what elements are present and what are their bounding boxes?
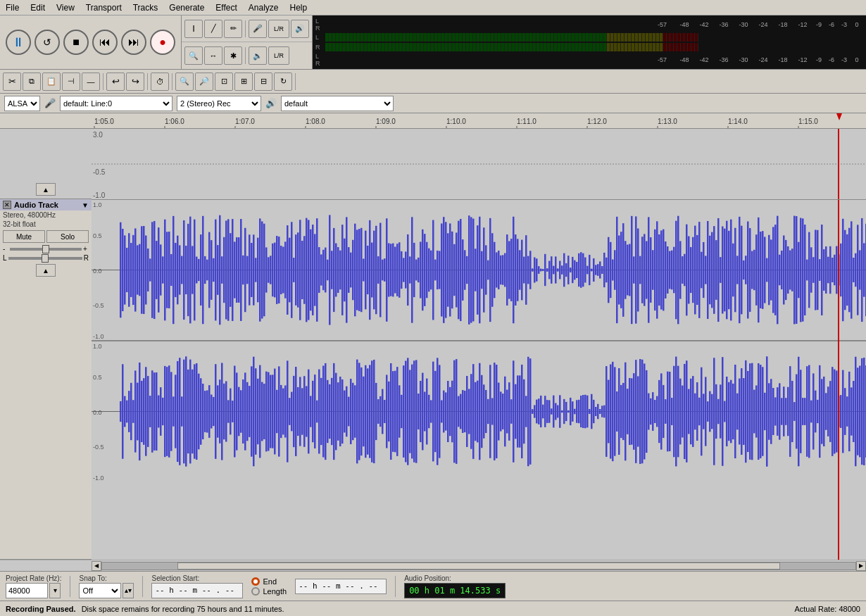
tool-speaker[interactable]: 🔊 [291,20,309,38]
back-button[interactable]: ⏮ [92,30,118,55]
edit-cut[interactable]: ✂ [3,73,21,91]
track-close-btn[interactable]: ✕ [3,201,11,209]
gain-thumb[interactable] [42,245,49,253]
audio-host-select[interactable]: ALSA [4,96,40,111]
play-device-select[interactable]: default [281,96,394,111]
hscroll-right-arrow[interactable]: ▶ [856,561,866,571]
recording-paused-label: Recording Paused. [6,605,76,613]
track-expand-btn[interactable]: ▲ [36,264,56,277]
menu-analyze[interactable]: Analyze [243,1,284,14]
selection-start-label: Selection Start: [151,574,243,582]
edit-meter[interactable]: ⏱ [151,73,169,91]
selection-start-section: Selection Start: [151,574,243,598]
tool-ibeam[interactable]: I [184,20,203,38]
snap-to-select[interactable]: Off [79,583,121,598]
app: File Edit View Transport Tracks Generate… [0,0,866,616]
edit-sep-3 [172,73,172,90]
bottom-controls: Project Rate (Hz): ▾ Snap To: Off ▴▾ Sel… [0,571,866,601]
menu-generate[interactable]: Generate [163,1,210,14]
menu-transport[interactable]: Transport [80,1,127,14]
edit-redo[interactable]: ↪ [126,73,144,91]
gain-slider[interactable] [10,248,82,251]
zoom-sel-btn[interactable]: ⊞ [234,73,253,91]
pan-l-label: L [3,254,7,262]
tool-envelope[interactable]: ╱ [204,20,222,38]
snap-arrows[interactable]: ▴▾ [123,583,134,598]
snap-to-label: Snap To: [79,574,134,582]
edit-trim[interactable]: ⊣ [62,73,80,91]
gain-minus-label: - [3,245,8,253]
forward-button[interactable]: ⏭ [121,30,146,55]
audio-pos-label: Audio Position: [404,574,506,582]
main-content: ▲ ✕ Audio Track ▼ Stereo, 48000Hz 32-bit… [0,113,866,571]
track-expand-row: ▲ [0,263,92,278]
zoom-proj-btn[interactable]: ⊟ [254,73,272,91]
vu-lr-label-bot: LR [315,53,320,67]
tool-zoom[interactable]: 🔍 [184,46,203,65]
empty-expand-btn[interactable]: ▲ [36,183,56,196]
empty-wave-area[interactable] [92,129,866,200]
snap-to-select-row: Off ▴▾ [79,583,134,598]
project-rate-input[interactable] [6,583,48,598]
edit-silence[interactable]: — [82,73,100,91]
menu-effect[interactable]: Effect [210,1,242,14]
speaker-slider[interactable]: L/R [268,46,289,65]
tool-pencil[interactable]: ✏ [224,20,242,38]
record-button[interactable]: ● [150,30,175,55]
edit-sep-2 [147,73,148,90]
edit-paste[interactable]: 📋 [42,73,61,91]
stop-button[interactable]: ■ [63,30,89,55]
audio-track-label: ✕ Audio Track ▼ Stereo, 48000Hz 32-bit f… [0,199,92,560]
audio-pos-section: Audio Position: 00 h 01 m 14.533 s [404,574,506,598]
selection-start-input[interactable] [151,583,243,598]
tool-multi[interactable]: ✱ [224,46,242,65]
channels-select[interactable]: 2 (Stereo) Rec [177,96,261,111]
hscroll-left-arrow[interactable]: ◀ [92,561,101,571]
gain-row: - + [0,244,92,253]
tool-speaker2[interactable]: 🔈 [249,46,267,65]
hscroll-track[interactable] [101,562,856,570]
disk-space-label: Disk space remains for recording 75 hour… [82,605,795,613]
rec-device-select[interactable]: default: Line:0 [60,96,172,111]
mute-btn[interactable]: Mute [3,230,45,243]
pan-slider[interactable] [8,257,82,260]
menu-edit[interactable]: Edit [25,1,51,14]
tools-section: I ╱ ✏ 🎤 L/R 🔊 🔍 ↔ ✱ 🔈 L/R [182,15,313,69]
edit-undo[interactable]: ↩ [106,73,125,91]
menu-file[interactable]: File [0,1,25,14]
menu-help[interactable]: Help [284,1,313,14]
menubar: File Edit View Transport Tracks Generate… [0,0,866,15]
project-rate-input-row: ▾ [6,583,61,598]
track-dropdown-btn[interactable]: ▼ [82,201,89,209]
vu-r-row: R [313,42,866,52]
length-radio[interactable] [251,587,260,596]
pan-thumb[interactable] [42,254,49,263]
zoom-out-btn[interactable]: 🔎 [195,73,213,91]
end-radio[interactable] [251,577,260,586]
tool-zoom-mic[interactable]: 🎤 [249,20,267,38]
bottom-sep-3 [395,576,396,597]
main-wave-area[interactable] [92,200,866,560]
rewind-button[interactable]: ↺ [34,30,60,55]
ruler-canvas [92,113,866,128]
project-rate-dropdown[interactable]: ▾ [49,583,61,598]
tool-timeshift[interactable]: ↔ [204,46,222,65]
track-labels-col: ▲ ✕ Audio Track ▼ Stereo, 48000Hz 32-bit… [0,129,92,560]
vu-l-row: L [313,32,866,42]
end-length-input[interactable] [295,579,387,594]
zoom-fit-btn[interactable]: ⊡ [215,73,233,91]
zoom-in-btn[interactable]: 🔍 [175,73,194,91]
mic-slider[interactable]: L/R [268,20,289,38]
empty-wave-canvas [92,129,866,199]
hscroll-thumb[interactable] [177,562,780,570]
vu-lr-label: LR [315,18,320,32]
menu-tracks[interactable]: Tracks [127,1,164,14]
mic-device-icon: 🎤 [44,98,56,108]
menu-view[interactable]: View [51,1,80,14]
pause-button[interactable]: ⏸ [6,30,31,55]
loop-btn[interactable]: ↻ [274,73,292,91]
hscroll-area: ◀ ▶ [0,560,866,571]
solo-btn[interactable]: Solo [46,230,89,243]
track-name-label: Audio Track [14,201,82,209]
edit-copy[interactable]: ⧉ [23,73,41,91]
